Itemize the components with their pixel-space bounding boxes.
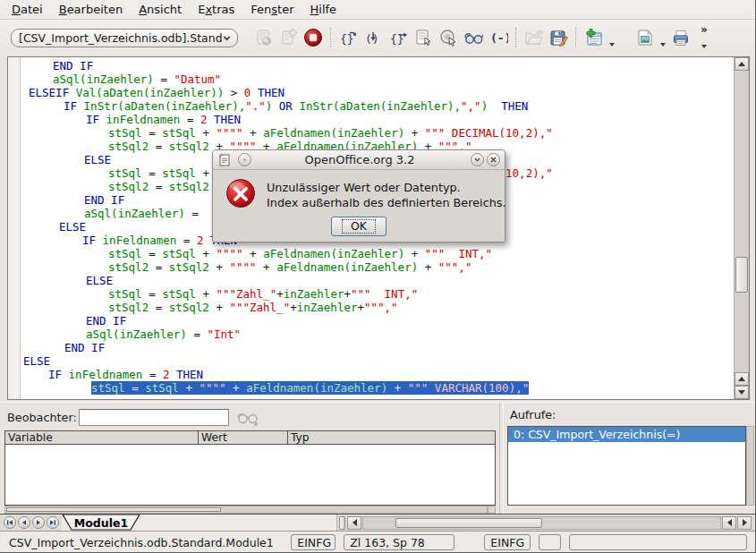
watch-table: Variable Wert Typ xyxy=(4,430,496,506)
tabs-filler xyxy=(142,515,337,531)
menu-fenster[interactable]: Fenster xyxy=(242,1,302,19)
code-line: IF inFeldnamen = 2 THEN xyxy=(21,368,734,381)
toolbar-separator xyxy=(573,26,579,49)
statusbar-cursor-position[interactable]: Zl 163, Sp 78 xyxy=(344,534,454,550)
module-tabbar: Module1 xyxy=(0,514,755,531)
dialog-title: OpenOffice.org 3.2 xyxy=(251,153,468,166)
horizontal-splitter[interactable] xyxy=(339,516,345,530)
calls-vertical-scrollbar[interactable] xyxy=(746,426,754,506)
vertical-scroll-track[interactable] xyxy=(735,71,749,372)
svg-text:{}: {} xyxy=(390,32,404,46)
code-line: END IF xyxy=(21,341,734,354)
code-line: stSql = stSql + """" + aFeldnamen(inZaeh… xyxy=(21,126,734,140)
statusbar-field-empty-small xyxy=(539,534,561,550)
call-stack-item[interactable]: 0: CSV_Import_Verzeichnis(=) xyxy=(508,427,745,442)
tab-module1[interactable]: Module1 xyxy=(62,515,140,531)
code-line: stSql = stSql + """" + aFeldnamen(inZaeh… xyxy=(21,247,734,260)
code-line: stSql = stSql + """Zahl_"+inZaehler+""" … xyxy=(21,287,734,301)
shade-button[interactable] xyxy=(238,153,251,166)
toolbar: [CSV_Import_Verzeichnis.odb].Stand {}(){… xyxy=(0,20,755,55)
svg-text:(-): (-) xyxy=(490,31,508,45)
watch-column-typ[interactable]: Typ xyxy=(288,431,495,444)
watch-column-wert[interactable]: Wert xyxy=(199,431,288,444)
editor-vertical-scrollbar[interactable] xyxy=(734,57,749,399)
step-over-icon[interactable]: {} xyxy=(336,25,361,50)
stop-icon[interactable] xyxy=(301,25,326,50)
code-line: stSql = stSql + """" + aFeldnamen(inZaeh… xyxy=(21,381,734,395)
watch-icon[interactable] xyxy=(461,25,486,50)
watch-table-header: Variable Wert Typ xyxy=(5,431,495,445)
insert-object-icon-dropdown[interactable] xyxy=(657,25,668,50)
statusbar-document: CSV_Import_Verzeichnis.odb.Standard.Modu… xyxy=(9,536,291,549)
horizontal-scroll-track[interactable] xyxy=(362,516,721,530)
save-icon[interactable] xyxy=(546,25,571,50)
last-tab-button[interactable] xyxy=(47,516,59,529)
scroll-up-button[interactable] xyxy=(735,57,749,71)
step-out-icon[interactable]: {} xyxy=(386,25,411,50)
menu-datei[interactable]: Datei xyxy=(4,1,51,19)
tabs-strip: Module1 xyxy=(62,515,142,531)
watch-input[interactable] xyxy=(79,409,229,426)
vertical-scroll-thumb[interactable] xyxy=(735,257,748,293)
compile-icon xyxy=(251,25,276,50)
first-tab-button[interactable] xyxy=(4,516,16,529)
rollup-button[interactable] xyxy=(471,153,484,166)
tab-navigation xyxy=(0,516,62,529)
tab-label: Module1 xyxy=(62,515,140,531)
horizontal-scroll-thumb[interactable] xyxy=(395,518,542,528)
scroll-left-button[interactable] xyxy=(347,516,361,530)
toolbar-separator xyxy=(513,26,519,49)
calls-label: Aufrufe: xyxy=(510,408,556,421)
code-line: END IF xyxy=(21,59,734,72)
watch-scroll-thumb[interactable] xyxy=(6,507,221,512)
watch-scroll-corner xyxy=(488,506,496,514)
menu-bearbeiten[interactable]: Bearbeiten xyxy=(51,1,131,19)
code-line: aSql(inZaehler) = "Int" xyxy=(21,328,734,341)
dialog-message-line1: Unzulässiger Wert oder Datentyp. xyxy=(267,180,506,195)
statusbar-insert-mode[interactable]: EINFG xyxy=(291,534,336,550)
watch-label: Beobachter: xyxy=(7,411,79,424)
previous-tab-button[interactable] xyxy=(18,516,30,529)
code-line: aSql(inZaehler) = "Datum" xyxy=(21,72,734,86)
breakpoint-icon[interactable] xyxy=(411,25,436,50)
dialog-body: Unzulässiger Wert oder Datentyp. Index a… xyxy=(213,170,505,210)
code-line: stSql2 = stSql2 + """Zahl_"+inZaehler+""… xyxy=(21,301,734,314)
close-button[interactable] xyxy=(487,153,500,166)
menu-hilfe[interactable]: Hilfe xyxy=(302,1,345,19)
watch-column-variable[interactable]: Variable xyxy=(5,431,199,444)
scroll-right-button[interactable] xyxy=(737,516,752,530)
watch-horizontal-scrollbar[interactable] xyxy=(4,506,488,514)
code-line: stSql2 = stSql2 + """" + aFeldnamen(inZa… xyxy=(21,260,734,274)
enable-watch-button[interactable] xyxy=(234,406,261,428)
find-parentheses-icon[interactable]: (-) xyxy=(486,25,511,50)
insert-module-icon[interactable] xyxy=(581,25,606,50)
insert-module-icon-dropdown[interactable] xyxy=(606,25,617,50)
menu-extras[interactable]: Extras xyxy=(190,1,242,19)
toolbar-overflow-icon[interactable]: » xyxy=(697,24,711,51)
next-tab-button[interactable] xyxy=(32,516,45,529)
print-icon[interactable] xyxy=(668,25,693,50)
scroll-down-button[interactable] xyxy=(735,386,749,399)
insert-object-icon[interactable] xyxy=(632,25,657,50)
error-dialog: OpenOffice.org 3.2 Unzulässiger Wer xyxy=(212,149,505,242)
open-icon xyxy=(521,25,546,50)
dialog-titlebar[interactable]: OpenOffice.org 3.2 xyxy=(213,150,505,170)
dialog-app-icon xyxy=(217,153,232,167)
ok-button[interactable]: OK xyxy=(331,217,386,236)
debug-panels: Beobachter: Variable Wert Typ xyxy=(0,402,755,514)
manage-breakpoints-icon[interactable] xyxy=(436,25,461,50)
scroll-up-button-2[interactable] xyxy=(735,372,749,386)
statusbar-insert-mode-2[interactable]: EINFG xyxy=(484,534,531,550)
code-line: ELSE xyxy=(21,274,734,287)
call-stack-list[interactable]: 0: CSV_Import_Verzeichnis(=) xyxy=(507,426,746,506)
glasses-plus-icon xyxy=(236,407,259,427)
svg-text:{}: {} xyxy=(340,32,354,46)
menu-ansicht[interactable]: Ansicht xyxy=(131,1,190,19)
statusbar: CSV_Import_Verzeichnis.odb.Standard.Modu… xyxy=(0,531,755,553)
scroll-left-button-2[interactable] xyxy=(722,516,736,530)
step-into-icon[interactable]: () xyxy=(361,25,386,50)
library-combo[interactable]: [CSV_Import_Verzeichnis.odb].Stand xyxy=(11,29,238,47)
statusbar-field-empty-large xyxy=(569,534,747,550)
code-line: ELSE xyxy=(21,354,734,368)
breakpoint-margin[interactable] xyxy=(8,57,21,399)
